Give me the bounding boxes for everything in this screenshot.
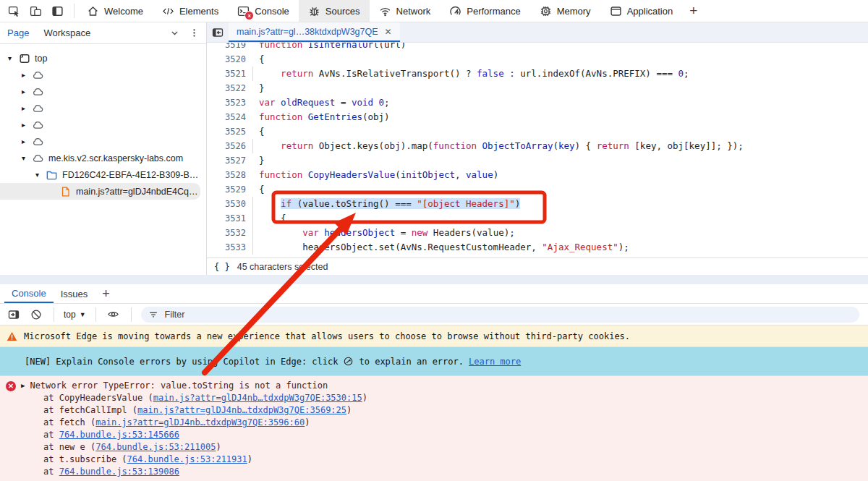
code-line-3532[interactable]: 3532 var headersObject = new Headers(val…	[207, 226, 868, 240]
cloud-icon	[32, 135, 44, 148]
more-tools-button[interactable]: +	[682, 3, 705, 19]
error-stack-trace: at CopyHeadersValue (main.js?attr=glDJ4n…	[6, 392, 862, 478]
code-line-3523[interactable]: 3523var oldRequest = void 0;	[207, 95, 868, 110]
code-line-3529[interactable]: 3529{	[207, 182, 868, 197]
tab-performance[interactable]: Performance	[440, 0, 529, 22]
tab-memory[interactable]: Memory	[530, 0, 600, 22]
code-text: }	[258, 153, 265, 168]
tab-application[interactable]: Application	[600, 0, 683, 22]
learn-more-link[interactable]: Learn more	[469, 357, 521, 367]
stack-frame-link[interactable]: main.js?attr=glDJ4nb…tdxdpW3g7QE:3596:60	[95, 417, 305, 427]
sources-panel: Page Workspace ▾top▸▸▸▸▸▾me.kis.v2.scr.k…	[0, 22, 868, 275]
code-line-3524[interactable]: 3524function GetEntries(obj)	[207, 110, 868, 124]
console-error-message[interactable]: ✕ ▶ Network error TypeError: value.toStr…	[0, 375, 868, 481]
filter-icon	[148, 310, 158, 320]
tree-item-fd126c42-ebfa-4e12-b309-b-[interactable]: ▾FD126C42-EBFA-4E12-B309-B…	[0, 166, 206, 183]
expander-icon[interactable]: ▸	[20, 137, 27, 145]
stack-frame-link[interactable]: 764.bundle.js:53:139086	[59, 467, 179, 477]
tab-page[interactable]: Page	[7, 27, 29, 38]
stack-frame-link[interactable]: 764.bundle.js:53:145666	[59, 430, 179, 440]
stack-frame: at fetch (main.js?attr=glDJ4nb…tdxdpW3g7…	[43, 417, 862, 429]
code-line-3521[interactable]: 3521 return AvNs.IsRelativeTransport() ?…	[207, 67, 868, 81]
tree-item[interactable]: ▸	[0, 67, 206, 83]
line-number[interactable]: 3533	[207, 240, 258, 255]
tab-issues[interactable]: Issues	[54, 284, 95, 303]
kebab-menu-icon[interactable]	[190, 28, 199, 38]
expander-icon[interactable]: ▸	[20, 121, 27, 129]
code-line-3531[interactable]: 3531 {	[207, 211, 868, 226]
code-line-3530[interactable]: 3530 if (value.toString() === "[object H…	[207, 197, 868, 211]
code-line-3526[interactable]: 3526 return Object.keys(obj).map(functio…	[207, 139, 868, 153]
line-number[interactable]: 3519	[207, 43, 258, 52]
code-line-3527[interactable]: 3527}	[207, 153, 868, 168]
line-number[interactable]: 3530	[207, 197, 258, 211]
devtools-window: WelcomeElementsxConsoleSourcesNetworkPer…	[0, 0, 868, 481]
code-line-3533[interactable]: 3533 headersObject.set(AvNs.RequestCusto…	[207, 240, 868, 255]
code-pane[interactable]: 3519function IsInternalUrl(url)3520{3521…	[207, 43, 868, 257]
inspect-icon[interactable]	[4, 1, 23, 20]
code-text: function IsInternalUrl(url)	[258, 43, 406, 52]
tree-item[interactable]: ▸	[0, 100, 206, 116]
line-number[interactable]: 3524	[207, 110, 258, 124]
tab-welcome[interactable]: Welcome	[77, 0, 153, 22]
line-number[interactable]: 3532	[207, 226, 258, 240]
line-number[interactable]: 3521	[207, 67, 258, 81]
console-sidebar-icon[interactable]	[6, 307, 22, 323]
expander-icon[interactable]: ▸	[20, 88, 27, 95]
add-drawer-tab-button[interactable]: +	[95, 284, 117, 303]
console-warning-row[interactable]: Microsoft Edge is moving towards a new e…	[0, 325, 868, 347]
code-line-3528[interactable]: 3528function CopyHeadersValue(initObject…	[207, 168, 868, 182]
context-selector[interactable]: top ▼	[64, 310, 86, 320]
panel-split-divider[interactable]	[0, 275, 868, 284]
stack-frame-link[interactable]: 764.bundle.js:53:211005	[95, 442, 216, 452]
tab-console[interactable]: xConsole	[228, 0, 299, 22]
code-line-3520[interactable]: 3520{	[207, 52, 868, 67]
close-tab-icon[interactable]: ✕	[385, 27, 392, 37]
code-line-3525[interactable]: 3525{	[207, 124, 868, 139]
expander-icon[interactable]: ▾	[6, 54, 14, 62]
expand-triangle-icon[interactable]: ▶	[21, 380, 25, 392]
tab-sources[interactable]: Sources	[299, 0, 370, 22]
chevron-down-icon[interactable]	[170, 28, 179, 38]
code-line-3519[interactable]: 3519function IsInternalUrl(url)	[207, 43, 868, 52]
stack-frame-link[interactable]: main.js?attr=glDJ4nb…tdxdpW3g7QE:3530:15	[153, 393, 362, 403]
tree-item[interactable]: ▸	[0, 133, 206, 150]
code-line-3522[interactable]: 3522}	[207, 81, 868, 95]
filter-input-box[interactable]	[141, 307, 859, 323]
line-number[interactable]: 3520	[207, 52, 258, 67]
expander-icon[interactable]: ▾	[33, 171, 41, 179]
line-number[interactable]: 3531	[207, 211, 258, 226]
tab-label: Performance	[467, 6, 520, 17]
line-number[interactable]: 3526	[207, 139, 258, 153]
line-number[interactable]: 3527	[207, 153, 258, 168]
expander-icon[interactable]: ▾	[20, 154, 27, 162]
context-selector-value: top	[64, 310, 76, 320]
line-number[interactable]: 3525	[207, 124, 258, 139]
line-number[interactable]: 3529	[207, 182, 258, 197]
stack-frame-link[interactable]: main.js?attr=glDJ4nb…tdxdpW3g7QE:3569:25	[137, 405, 346, 415]
tree-item-main-js-attr-gldj4nbde4cq-[interactable]: main.js?attr=glDJ4nbdE4Cq…	[0, 183, 200, 200]
console-info-row[interactable]: [NEW] Explain Console errors by using Co…	[0, 347, 868, 375]
tab-network[interactable]: Network	[370, 0, 441, 22]
stack-frame-link[interactable]: 764.bundle.js:53:211931	[127, 454, 247, 464]
line-number[interactable]: 3523	[207, 95, 258, 110]
tab-elements[interactable]: Elements	[153, 0, 228, 22]
tab-console[interactable]: Console	[4, 284, 54, 303]
tab-workspace[interactable]: Workspace	[43, 27, 90, 38]
editor-file-tab[interactable]: main.js?attr=gl…38ktdxdpW3g7QE ✕	[229, 22, 400, 42]
tree-item-top[interactable]: ▾top	[0, 50, 206, 67]
line-number[interactable]: 3528	[207, 168, 258, 182]
device-emulation-icon[interactable]	[26, 1, 45, 20]
tree-item[interactable]: ▸	[0, 116, 206, 133]
tree-item-me-kis-v2-scr-kaspersky-labs-c[interactable]: ▾me.kis.v2.scr.kaspersky-labs.com	[0, 150, 206, 166]
expander-icon[interactable]: ▸	[20, 71, 27, 79]
clear-console-icon[interactable]	[28, 307, 44, 323]
tree-item[interactable]: ▸	[0, 83, 206, 100]
hide-navigator-icon[interactable]	[207, 22, 229, 42]
layout-panel-icon[interactable]	[48, 1, 67, 20]
live-expression-eye-icon[interactable]	[106, 307, 122, 323]
line-number[interactable]: 3522	[207, 81, 258, 95]
filter-input[interactable]	[163, 309, 852, 320]
toolbar-divider	[95, 307, 96, 322]
expander-icon[interactable]: ▸	[20, 104, 27, 112]
